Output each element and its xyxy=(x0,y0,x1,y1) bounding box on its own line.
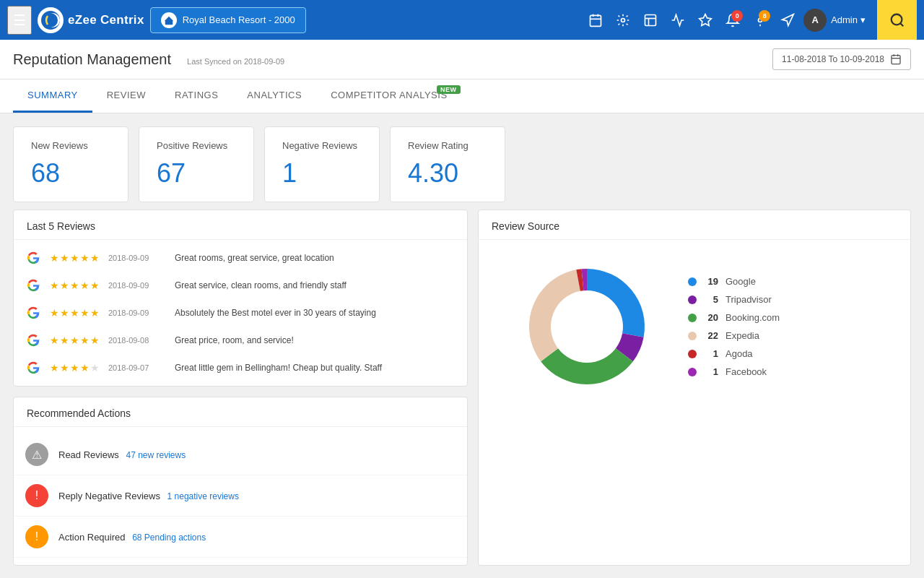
svg-rect-3 xyxy=(165,20,173,25)
star-icon: ★ xyxy=(80,252,90,264)
review-source-panel: Review Source 19 Google 5 Tripadvisor 20… xyxy=(478,210,911,566)
tab-review[interactable]: REVIEW xyxy=(92,79,160,113)
tabs: SUMMARY REVIEW RATINGS ANALYTICS COMPETI… xyxy=(0,79,924,113)
recommended-actions-panel: Recommended Actions ⚠ Read Reviews 47 ne… xyxy=(13,397,468,566)
card-positive-reviews: Positive Reviews 67 xyxy=(139,126,254,202)
legend-dot xyxy=(688,277,697,286)
app-title: eZee Centrix xyxy=(68,13,144,27)
review-text: Absolutely the Best motel ever in 30 yea… xyxy=(175,308,376,318)
action-item: ! Action Required 68 Pending actions xyxy=(14,517,467,558)
action-title: Reply Negative Reviews xyxy=(58,491,160,501)
action-item: ⚠ Read Reviews 47 new reviews xyxy=(14,434,467,475)
megaphone-icon-btn[interactable] xyxy=(776,9,799,32)
last5reviews-panel: Last 5 Reviews ★★★★★ 2018-09-09 Great ro… xyxy=(13,210,468,387)
star-rating: ★★★★★ xyxy=(50,252,100,264)
new-badge: NEW xyxy=(437,85,461,94)
star-icon: ★ xyxy=(50,362,59,374)
review-row: ★★★★★ 2018-09-08 Great price, room, and … xyxy=(14,327,467,354)
review-text: Great little gem in Bellingham! Cheap bu… xyxy=(175,363,382,373)
legend-name: Agoda xyxy=(725,348,753,359)
star-icon: ★ xyxy=(50,252,59,264)
action-text: Action Required 68 Pending actions xyxy=(58,532,206,543)
notification2-icon-btn[interactable]: 8 xyxy=(749,9,772,32)
review-date: 2018-09-09 xyxy=(108,309,166,317)
star-rating: ★★★★★ xyxy=(50,335,100,346)
star-icon: ★ xyxy=(60,335,69,346)
card-label-positive: Positive Reviews xyxy=(157,140,236,151)
star-icon: ★ xyxy=(50,335,59,346)
tab-summary[interactable]: SUMMARY xyxy=(13,79,92,113)
star-icon: ★ xyxy=(90,335,100,346)
card-negative-reviews: Negative Reviews 1 xyxy=(264,126,380,202)
legend-dot xyxy=(688,368,697,376)
legend-name: Facebook xyxy=(725,366,767,377)
last5reviews-title: Last 5 Reviews xyxy=(14,210,467,240)
star-icon: ★ xyxy=(80,307,90,319)
svg-point-9 xyxy=(622,18,625,22)
card-review-rating: Review Rating 4.30 xyxy=(390,126,505,202)
star-icon: ★ xyxy=(80,362,90,374)
recommended-actions-title: Recommended Actions xyxy=(14,397,467,427)
notification1-icon-btn[interactable]: 0 xyxy=(721,9,744,32)
card-value-negative: 1 xyxy=(282,158,362,189)
star-icon: ★ xyxy=(90,307,100,319)
property-selector[interactable]: Royal Beach Resort - 2000 xyxy=(150,7,306,33)
legend-dot xyxy=(688,296,697,304)
google-icon xyxy=(25,250,41,266)
tools-icon-btn[interactable] xyxy=(611,9,635,32)
action-subtitle: 1 negative reviews xyxy=(167,491,239,501)
card-new-reviews: New Reviews 68 xyxy=(13,126,128,202)
calendar-icon-btn[interactable] xyxy=(584,9,607,32)
review-date: 2018-09-09 xyxy=(108,281,166,290)
action-icon-red: ! xyxy=(25,484,48,507)
reports-icon-btn[interactable] xyxy=(639,9,662,32)
search-button[interactable] xyxy=(877,0,917,40)
review-text: Great rooms, great service, great locati… xyxy=(175,253,334,263)
action-icon-grey: ⚠ xyxy=(25,443,48,466)
star-icon: ★ xyxy=(60,307,69,319)
svg-rect-17 xyxy=(892,56,900,64)
legend: 19 Google 5 Tripadvisor 20 Booking.com 2… xyxy=(688,276,780,377)
date-range-picker[interactable]: 11-08-2018 To 10-09-2018 xyxy=(772,48,911,70)
legend-count: 20 xyxy=(704,312,718,323)
donut-chart xyxy=(515,254,659,399)
donut-segment-google xyxy=(587,269,645,337)
topnav: ☰ eZee Centrix Royal Beach Resort - 2000 xyxy=(0,0,924,40)
google-icon xyxy=(25,305,41,321)
chart-icon-btn[interactable] xyxy=(666,9,689,32)
review-row: ★★★★★ 2018-09-09 Great rooms, great serv… xyxy=(14,244,467,272)
review-date: 2018-09-07 xyxy=(108,363,166,372)
action-text: Reply Negative Reviews 1 negative review… xyxy=(58,491,239,501)
card-label-new-reviews: New Reviews xyxy=(31,140,110,151)
star-rating: ★★★★★ xyxy=(50,307,100,319)
legend-dot xyxy=(688,350,697,358)
content-grid: Last 5 Reviews ★★★★★ 2018-09-09 Great ro… xyxy=(0,210,924,578)
tab-analytics[interactable]: ANALYTICS xyxy=(232,79,316,113)
legend-dot xyxy=(688,314,697,322)
card-label-negative: Negative Reviews xyxy=(282,140,362,151)
card-value-new-reviews: 68 xyxy=(31,158,110,189)
legend-count: 22 xyxy=(704,330,718,341)
action-text: Read Reviews 47 new reviews xyxy=(58,449,186,460)
review-date: 2018-09-09 xyxy=(108,254,166,262)
hamburger-menu[interactable]: ☰ xyxy=(7,6,32,35)
legend-count: 1 xyxy=(704,348,718,359)
review-text: Great service, clean rooms, and friendly… xyxy=(175,280,346,290)
star-icon: ★ xyxy=(80,335,90,346)
tab-ratings[interactable]: RATINGS xyxy=(160,79,232,113)
legend-name: Expedia xyxy=(725,330,759,341)
admin-dropdown[interactable]: Admin ▾ xyxy=(831,14,866,25)
legend-item: 20 Booking.com xyxy=(688,312,780,323)
legend-name: Tripadvisor xyxy=(725,294,772,305)
legend-dot xyxy=(688,332,697,340)
page-title: Reputation Management xyxy=(13,51,171,68)
tab-competitor[interactable]: COMPETITOR ANALYSIS NEW xyxy=(316,79,461,113)
svg-marker-4 xyxy=(165,16,173,20)
main-content: Reputation Management Last Synced on 201… xyxy=(0,40,924,578)
review-text: Great price, room, and service! xyxy=(175,335,294,345)
star-icon-btn[interactable] xyxy=(694,9,717,32)
star-icon: ★ xyxy=(90,252,100,264)
card-label-rating: Review Rating xyxy=(408,140,487,151)
action-item: ! Reply Negative Reviews 1 negative revi… xyxy=(14,475,467,517)
review-source-title: Review Source xyxy=(479,210,910,240)
